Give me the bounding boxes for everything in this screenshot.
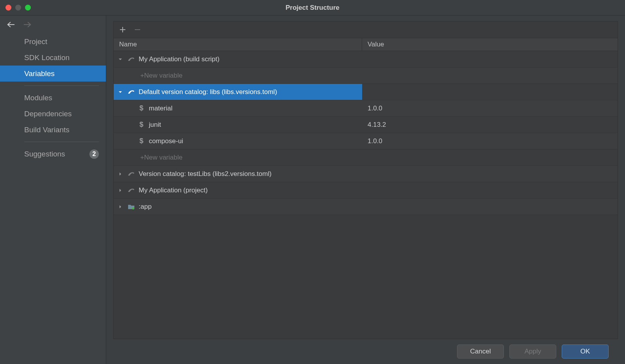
window-title: Project Structure bbox=[0, 4, 625, 12]
project-structure-dialog: Project Structure Project SDK Location V… bbox=[0, 0, 625, 364]
suggestions-count-badge: 2 bbox=[89, 149, 99, 159]
variable-value[interactable]: 1.0.0 bbox=[362, 133, 618, 149]
variable-row-junit[interactable]: $ junit 4.13.2 bbox=[114, 117, 618, 133]
sidebar-item-build-variants[interactable]: Build Variants bbox=[0, 122, 106, 138]
sidebar-item-label: Variables bbox=[24, 69, 55, 78]
gradle-icon bbox=[127, 56, 136, 62]
close-window-button[interactable] bbox=[5, 5, 11, 11]
chevron-right-icon bbox=[117, 172, 124, 176]
new-variable-placeholder: +New variable bbox=[140, 154, 182, 162]
minimize-window-button[interactable] bbox=[15, 5, 21, 11]
titlebar: Project Structure bbox=[0, 0, 625, 16]
variable-icon: $ bbox=[137, 104, 146, 112]
tree-node-testlibs-catalog[interactable]: Version catalog: testLibs (libs2.version… bbox=[114, 166, 618, 182]
chevron-right-icon bbox=[117, 204, 124, 209]
dialog-footer: Cancel Apply OK bbox=[113, 339, 618, 364]
sidebar-item-label: Suggestions bbox=[24, 150, 65, 158]
plus-icon bbox=[120, 27, 126, 33]
arrow-right-icon bbox=[23, 21, 31, 28]
variable-name: compose-ui bbox=[149, 137, 183, 145]
new-variable-row[interactable]: +New variable bbox=[114, 67, 618, 84]
column-headers: Name Value bbox=[114, 38, 618, 51]
variable-name: junit bbox=[149, 121, 161, 129]
svg-point-0 bbox=[132, 207, 134, 210]
variable-icon: $ bbox=[137, 121, 146, 129]
variable-value[interactable]: 1.0.0 bbox=[362, 100, 618, 116]
variable-row-material[interactable]: $ material 1.0.0 bbox=[114, 100, 618, 117]
gradle-icon bbox=[127, 171, 136, 177]
variable-row-compose-ui[interactable]: $ compose-ui 1.0.0 bbox=[114, 133, 618, 149]
tree-node-default-catalog[interactable]: Default version catalog: libs (libs.vers… bbox=[114, 84, 618, 100]
zoom-window-button[interactable] bbox=[25, 5, 31, 11]
variable-name: material bbox=[149, 105, 172, 112]
sidebar-item-label: SDK Location bbox=[24, 53, 70, 62]
column-header-value[interactable]: Value bbox=[362, 38, 618, 51]
sidebar-separator bbox=[24, 142, 99, 142]
arrow-left-icon bbox=[7, 21, 15, 28]
tree-node-app-module[interactable]: :app bbox=[114, 199, 618, 215]
sidebar-item-label: Project bbox=[24, 37, 47, 46]
chevron-down-icon bbox=[117, 90, 124, 94]
module-folder-icon bbox=[127, 204, 136, 210]
sidebar-item-label: Modules bbox=[24, 94, 52, 102]
chevron-right-icon bbox=[117, 188, 124, 193]
sidebar-separator bbox=[24, 85, 99, 86]
window-controls bbox=[5, 5, 31, 11]
tree-node-label: My Application (project) bbox=[139, 186, 208, 194]
sidebar-item-sdk-location[interactable]: SDK Location bbox=[0, 50, 106, 66]
variables-tree: My Application (build script) +New varia… bbox=[114, 51, 618, 339]
add-button[interactable] bbox=[119, 26, 126, 33]
sidebar-item-label: Build Variants bbox=[24, 126, 70, 134]
panel-toolbar bbox=[114, 21, 618, 38]
cancel-button[interactable]: Cancel bbox=[457, 344, 504, 359]
variables-panel: Name Value My Application (build script) bbox=[113, 21, 618, 339]
sidebar: Project SDK Location Variables Modules D… bbox=[0, 16, 106, 364]
main-content: Name Value My Application (build script) bbox=[106, 16, 625, 364]
tree-node-label: :app bbox=[139, 203, 152, 211]
chevron-down-icon bbox=[117, 57, 124, 62]
ok-button[interactable]: OK bbox=[562, 344, 609, 359]
back-button[interactable] bbox=[7, 21, 15, 28]
new-variable-row[interactable]: +New variable bbox=[114, 149, 618, 166]
sidebar-item-variables[interactable]: Variables bbox=[0, 66, 106, 82]
variable-value[interactable]: 4.13.2 bbox=[362, 117, 618, 133]
new-variable-placeholder: +New variable bbox=[140, 72, 182, 80]
sidebar-item-dependencies[interactable]: Dependencies bbox=[0, 106, 106, 122]
variable-icon: $ bbox=[137, 137, 146, 145]
tree-node-label: Default version catalog: libs (libs.vers… bbox=[139, 88, 277, 96]
tree-node-label: Version catalog: testLibs (libs2.version… bbox=[139, 170, 271, 178]
tree-node-build-script[interactable]: My Application (build script) bbox=[114, 51, 618, 67]
column-header-name[interactable]: Name bbox=[114, 38, 362, 51]
sidebar-item-project[interactable]: Project bbox=[0, 34, 106, 50]
gradle-icon bbox=[127, 89, 136, 95]
forward-button[interactable] bbox=[23, 21, 31, 28]
history-nav bbox=[0, 16, 106, 34]
sidebar-item-modules[interactable]: Modules bbox=[0, 90, 106, 106]
minus-icon bbox=[134, 27, 141, 33]
gradle-icon bbox=[127, 187, 136, 194]
apply-button[interactable]: Apply bbox=[509, 344, 556, 359]
tree-node-label: My Application (build script) bbox=[139, 55, 220, 63]
remove-button[interactable] bbox=[134, 26, 141, 33]
sidebar-item-suggestions[interactable]: Suggestions 2 bbox=[0, 146, 106, 162]
sidebar-item-label: Dependencies bbox=[24, 110, 71, 118]
tree-node-project[interactable]: My Application (project) bbox=[114, 182, 618, 199]
dialog-body: Project SDK Location Variables Modules D… bbox=[0, 16, 625, 364]
